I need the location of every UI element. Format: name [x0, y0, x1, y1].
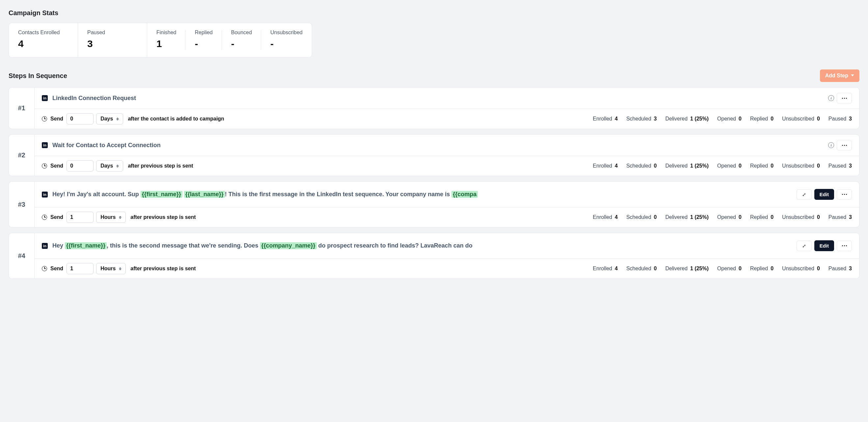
- metric-label: Delivered: [665, 163, 687, 169]
- step-title: Wait for Contact to Accept Connection: [52, 142, 161, 149]
- stat-label: Replied: [195, 30, 212, 36]
- send-value-input[interactable]: [66, 113, 94, 124]
- more-button[interactable]: [837, 189, 852, 200]
- step-number: #4: [9, 233, 35, 279]
- metric-label: Opened: [717, 266, 736, 271]
- step-message-preview: Hey {{first_name}}, this is the second m…: [52, 242, 791, 249]
- info-icon[interactable]: [828, 142, 834, 148]
- metric-value: 0: [817, 214, 820, 220]
- stats-card: Contacts Enrolled 4 Paused 3 Finished 1 …: [8, 23, 312, 58]
- template-token: {{first_name}}: [65, 242, 107, 249]
- metric-label: Scheduled: [626, 116, 651, 122]
- more-button[interactable]: [837, 240, 852, 251]
- metric-label: Opened: [717, 116, 736, 122]
- send-unit-value: Days: [100, 116, 113, 122]
- stat-paused: Paused 3: [78, 23, 147, 57]
- step-title: LinkedIn Connection Request: [52, 95, 136, 102]
- dots-icon: [842, 145, 847, 146]
- metric-value: 1 (25%): [690, 116, 709, 122]
- linkedin-icon: in: [42, 192, 48, 197]
- metric-value: 4: [615, 214, 618, 220]
- metric-value: 1 (25%): [690, 163, 709, 169]
- metric-label: Paused: [829, 214, 846, 220]
- stat-label: Bounced: [231, 30, 252, 36]
- clock-icon: [42, 116, 47, 122]
- send-unit-select[interactable]: Days: [96, 160, 123, 171]
- select-caret-icon: [116, 165, 119, 167]
- metric-label: Enrolled: [593, 116, 612, 122]
- add-step-button[interactable]: Add Step: [820, 69, 860, 82]
- metric-label: Opened: [717, 163, 736, 169]
- metric-value: 0: [739, 214, 742, 220]
- metric-label: Scheduled: [626, 163, 651, 169]
- metric-value: 0: [654, 266, 657, 271]
- metric-value: 0: [654, 214, 657, 220]
- expand-button[interactable]: ⤢: [797, 189, 812, 200]
- metric-value: 3: [654, 116, 657, 122]
- stat-value: -: [270, 38, 303, 50]
- info-icon[interactable]: [828, 95, 834, 101]
- metric-label: Enrolled: [593, 163, 612, 169]
- step-card: #3 in Hey! I'm Jay's alt account. Sup {{…: [8, 182, 860, 227]
- metric-value: 0: [817, 116, 820, 122]
- send-unit-select[interactable]: Days: [96, 113, 123, 124]
- step-number: #1: [9, 88, 35, 129]
- send-unit-value: Hours: [100, 266, 116, 271]
- stat-label: Unsubscribed: [270, 30, 303, 36]
- send-label: Send: [51, 214, 63, 220]
- step-number: #2: [9, 135, 35, 176]
- chevron-down-icon: [851, 74, 854, 77]
- step-card: #2 in Wait for Contact to Accept Connect…: [8, 134, 860, 176]
- linkedin-icon: in: [42, 243, 48, 249]
- expand-button[interactable]: ⤢: [797, 240, 812, 251]
- campaign-stats-heading: Campaign Stats: [8, 9, 860, 17]
- send-value-input[interactable]: [66, 212, 94, 223]
- stat-label: Finished: [156, 30, 176, 36]
- metric-value: 4: [615, 116, 618, 122]
- metric-label: Opened: [717, 214, 736, 220]
- template-token: {{compa: [452, 191, 478, 198]
- metric-value: 0: [771, 116, 774, 122]
- template-token: {{first_name}}: [141, 191, 182, 198]
- send-after-text: after previous step is sent: [130, 214, 195, 220]
- metric-label: Unsubscribed: [782, 116, 814, 122]
- clock-icon: [42, 215, 47, 220]
- metric-value: 1 (25%): [690, 214, 709, 220]
- stat-label: Contacts Enrolled: [18, 30, 68, 36]
- send-label: Send: [51, 266, 63, 271]
- edit-button[interactable]: Edit: [814, 240, 834, 251]
- send-after-text: after previous step is sent: [130, 266, 195, 271]
- stat-bounced: Bounced -: [222, 23, 261, 57]
- edit-button[interactable]: Edit: [814, 189, 834, 200]
- step-card: #1 in LinkedIn Connection Request Send D…: [8, 87, 860, 129]
- stat-value: 1: [156, 38, 176, 50]
- steps-in-sequence-heading: Steps In Sequence: [8, 72, 67, 80]
- send-value-input[interactable]: [66, 263, 94, 274]
- clock-icon: [42, 266, 47, 271]
- metric-label: Scheduled: [626, 266, 651, 271]
- send-value-input[interactable]: [66, 160, 94, 171]
- metric-label: Paused: [829, 266, 846, 271]
- send-unit-select[interactable]: Hours: [96, 212, 126, 223]
- metric-value: 1 (25%): [690, 266, 709, 271]
- metric-label: Scheduled: [626, 214, 651, 220]
- send-after-text: after the contact is added to campaign: [128, 116, 224, 122]
- stat-contacts-enrolled: Contacts Enrolled 4: [9, 23, 78, 57]
- more-button[interactable]: [837, 93, 852, 103]
- send-unit-select[interactable]: Hours: [96, 263, 126, 274]
- step-number: #3: [9, 182, 35, 227]
- metric-label: Unsubscribed: [782, 163, 814, 169]
- expand-icon: ⤢: [802, 192, 806, 197]
- send-unit-value: Days: [100, 163, 113, 169]
- metric-value: 0: [739, 266, 742, 271]
- send-label: Send: [51, 116, 63, 122]
- more-button[interactable]: [837, 140, 852, 151]
- metric-label: Replied: [750, 163, 768, 169]
- select-caret-icon: [119, 267, 122, 270]
- metric-label: Replied: [750, 116, 768, 122]
- stat-label: Paused: [87, 30, 137, 36]
- metric-value: 3: [849, 116, 852, 122]
- metric-value: 0: [771, 266, 774, 271]
- metric-label: Unsubscribed: [782, 214, 814, 220]
- send-unit-value: Hours: [100, 214, 116, 220]
